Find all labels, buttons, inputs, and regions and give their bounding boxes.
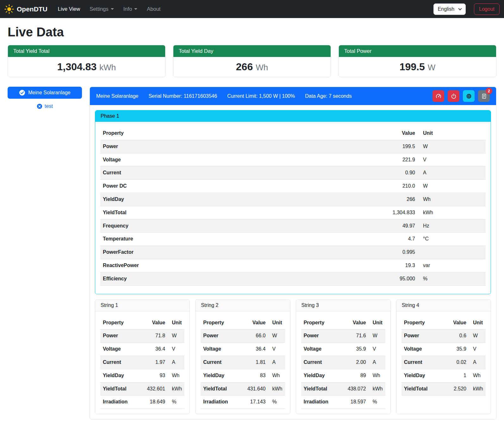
value-cell: 266 bbox=[339, 193, 418, 206]
language-select[interactable]: English bbox=[433, 3, 466, 15]
table-row: YieldDay 1 Wh bbox=[401, 369, 486, 382]
property-cell: Power bbox=[201, 329, 239, 343]
unit-header: Unit bbox=[369, 316, 385, 329]
value-cell: 2.00 bbox=[339, 356, 369, 369]
top-navbar: OpenDTU Live View Settings Info About En… bbox=[0, 0, 504, 18]
strings-row: String 1 Property Value Unit bbox=[95, 299, 491, 414]
table-row: YieldTotal 2.520 kWh bbox=[401, 382, 486, 396]
unit-cell: V bbox=[369, 343, 385, 356]
property-cell: YieldDay bbox=[401, 369, 443, 382]
table-row: ReactivePower 19.3 var bbox=[100, 259, 486, 272]
table-row: Power 66.0 W bbox=[201, 329, 285, 343]
unit-cell: °C bbox=[418, 233, 486, 246]
inverter-card-body: Phase 1 Property Value Unit bbox=[90, 105, 496, 419]
unit-cell: W bbox=[418, 140, 486, 153]
inverter-name: Meine Solaranlage bbox=[96, 93, 138, 99]
inverter-item-test[interactable]: test bbox=[8, 103, 82, 109]
property-cell: Power bbox=[301, 329, 339, 343]
table-row: YieldDay 83 Wh bbox=[201, 369, 285, 382]
value-cell: 0.995 bbox=[339, 246, 418, 259]
cpu-chip-icon bbox=[466, 93, 472, 99]
table-row: YieldTotal 432.601 kWh bbox=[100, 382, 184, 396]
string-card-body: Property Value Unit bbox=[95, 311, 190, 414]
value-header: Value bbox=[443, 316, 469, 329]
inverter-card-header: Meine Solaranlage Serial Number: 1161716… bbox=[90, 87, 496, 105]
table-row: Power 71.6 W bbox=[301, 329, 385, 343]
inverter-card: Meine Solaranlage Serial Number: 1161716… bbox=[90, 87, 496, 420]
table-row: Current 0.02 A bbox=[401, 356, 486, 369]
unit-cell: kWh bbox=[268, 382, 285, 396]
table-header-row: Property Value Unit bbox=[401, 316, 486, 329]
table-row: Voltage 36.4 V bbox=[201, 343, 285, 356]
unit-cell: W bbox=[418, 180, 486, 193]
property-cell: YieldTotal bbox=[100, 382, 138, 396]
table-row: Frequency 49.97 Hz bbox=[100, 219, 486, 233]
value-cell: 431.640 bbox=[239, 382, 268, 396]
string-table: Property Value Unit bbox=[201, 316, 285, 409]
value-cell: 0.02 bbox=[443, 356, 469, 369]
nav-item-about[interactable]: About bbox=[142, 3, 165, 15]
unit-cell: A bbox=[418, 166, 486, 180]
value-cell: 35.9 bbox=[443, 343, 469, 356]
unit-cell: var bbox=[418, 259, 486, 272]
phase-card-body: Property Value Unit Power bbox=[95, 122, 491, 294]
property-header: Property bbox=[100, 127, 339, 140]
summary-value: 266 bbox=[236, 61, 253, 72]
property-cell: YieldTotal bbox=[301, 382, 339, 396]
nav-item-info[interactable]: Info bbox=[119, 3, 142, 15]
unit-cell: W bbox=[268, 329, 285, 343]
phase-table: Property Value Unit Power bbox=[100, 127, 486, 286]
value-cell: 0.6 bbox=[443, 329, 469, 343]
summary-card-yield-total: Total Yield Total 1,304.83kWh bbox=[8, 45, 165, 77]
chevron-down-icon bbox=[458, 7, 462, 10]
nav-item-label: Info bbox=[123, 6, 132, 12]
table-row: YieldTotal 431.640 kWh bbox=[201, 382, 285, 396]
nav-item-settings[interactable]: Settings bbox=[85, 3, 119, 15]
unit-cell: A bbox=[369, 356, 385, 369]
property-header: Property bbox=[100, 316, 138, 329]
unit-cell: Wh bbox=[418, 193, 486, 206]
unit-header: Unit bbox=[469, 316, 486, 329]
property-cell: YieldDay bbox=[100, 193, 339, 206]
property-header: Property bbox=[301, 316, 339, 329]
property-cell: Voltage bbox=[401, 343, 443, 356]
property-cell: Voltage bbox=[301, 343, 339, 356]
brand-link[interactable]: OpenDTU bbox=[4, 4, 47, 14]
nav-item-live-view[interactable]: Live View bbox=[53, 3, 85, 15]
value-cell: 17.143 bbox=[239, 396, 268, 409]
unit-header: Unit bbox=[418, 127, 486, 140]
power-button[interactable] bbox=[448, 90, 459, 102]
inverter-select-button[interactable]: Meine Solaranlage bbox=[8, 87, 82, 99]
brand-label: OpenDTU bbox=[17, 5, 47, 13]
table-row: Power 199.5 W bbox=[100, 140, 486, 153]
table-row: Irradiation 18.649 % bbox=[100, 396, 184, 409]
summary-card-body: 199.5W bbox=[339, 57, 496, 77]
value-cell: 199.5 bbox=[339, 140, 418, 153]
events-button[interactable]: 2 bbox=[478, 90, 490, 102]
unit-cell: W bbox=[469, 329, 486, 343]
logout-button[interactable]: Logout bbox=[474, 3, 500, 15]
summary-card-yield-day: Total Yield Day 266Wh bbox=[173, 45, 331, 77]
property-cell: Power DC bbox=[100, 180, 339, 193]
unit-cell: A bbox=[469, 356, 486, 369]
property-cell: Current bbox=[401, 356, 443, 369]
property-cell: Frequency bbox=[100, 219, 339, 233]
table-row: Voltage 35.9 V bbox=[301, 343, 385, 356]
device-settings-button[interactable] bbox=[463, 90, 475, 102]
inverter-serial: Serial Number: 116171603546 bbox=[148, 93, 217, 99]
value-cell: 438.072 bbox=[339, 382, 369, 396]
property-cell: YieldDay bbox=[201, 369, 239, 382]
property-header: Property bbox=[201, 316, 239, 329]
unit-cell: kWh bbox=[469, 382, 486, 396]
page: OpenDTU Live View Settings Info About En… bbox=[0, 0, 504, 430]
unit-header: Unit bbox=[168, 316, 184, 329]
limit-settings-button[interactable] bbox=[432, 90, 444, 102]
unit-cell: Hz bbox=[418, 219, 486, 233]
table-row: Power 0.6 W bbox=[401, 329, 486, 343]
check-circle-icon bbox=[19, 90, 25, 96]
value-cell: 83 bbox=[239, 369, 268, 382]
property-header: Property bbox=[401, 316, 443, 329]
content-row: Meine Solaranlage test Meine Solaranlage bbox=[8, 87, 496, 429]
value-header: Value bbox=[339, 316, 369, 329]
property-cell: Irradiation bbox=[201, 396, 239, 409]
